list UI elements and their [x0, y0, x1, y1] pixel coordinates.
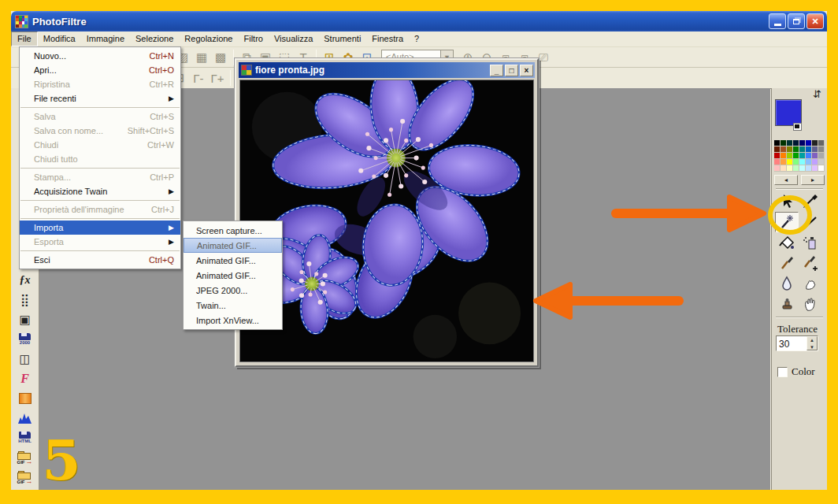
export-gif-icon[interactable]: GIF→	[15, 448, 35, 467]
image-minimize-button[interactable]: _	[490, 65, 503, 76]
palette-swatch-8[interactable]	[774, 146, 781, 153]
palette-swatch-1[interactable]	[781, 140, 787, 146]
clone-stamp-tool[interactable]	[775, 294, 799, 314]
close-button[interactable]: ✕	[806, 13, 824, 29]
palette-swatch-14[interactable]	[812, 146, 818, 153]
palette-swatch-25[interactable]	[781, 159, 787, 165]
image-window-titlebar[interactable]: fiore pronta.jpg _ □ ×	[239, 62, 535, 78]
menubar-item-immagine[interactable]: Immagine	[81, 32, 130, 46]
file-menu-item-importa[interactable]: Importa▶	[20, 220, 180, 235]
palette-swatch-22[interactable]	[812, 153, 818, 159]
hand-tool[interactable]	[799, 294, 822, 314]
save-html-icon[interactable]: HTML	[15, 428, 35, 447]
palette-swatch-28[interactable]	[799, 159, 806, 165]
foreground-color-swatch[interactable]	[775, 99, 802, 126]
file-menu-item-nuovo[interactable]: Nuovo...Ctrl+N	[20, 49, 180, 63]
gamma-minus-icon[interactable]: Γ-	[189, 70, 208, 86]
palette-swatch-33[interactable]	[781, 165, 787, 172]
advanced-brush-tool[interactable]	[799, 253, 822, 273]
histogram-icon[interactable]	[15, 409, 35, 428]
brush-tool[interactable]	[775, 253, 799, 273]
palette-swatch-29[interactable]	[806, 159, 812, 165]
reset-colors-icon[interactable]	[793, 123, 802, 131]
palette-swatch-30[interactable]	[812, 159, 818, 165]
palette-swatch-24[interactable]	[774, 159, 781, 165]
palette-swatch-13[interactable]	[806, 146, 812, 153]
smudge-tool[interactable]	[799, 273, 822, 294]
file-menu-item-stampa[interactable]: Stampa...Ctrl+P	[20, 170, 180, 184]
import-item-twain[interactable]: Twain...	[184, 298, 282, 313]
script-f-icon[interactable]: F	[15, 369, 35, 388]
blur-tool[interactable]	[775, 273, 799, 294]
menubar-item-modifica[interactable]: Modifica	[38, 32, 81, 46]
file-menu-item-ripristina[interactable]: RipristinaCtrl+R	[20, 77, 180, 91]
gamma-plus-icon[interactable]: Γ+	[208, 70, 227, 86]
image-maximize-button[interactable]: □	[505, 65, 518, 76]
restore-button[interactable]	[788, 13, 805, 29]
file-menu-item-propriet-dell-immagine[interactable]: Proprietà dell'immagineCtrl+J	[20, 202, 180, 217]
palette-swatch-32[interactable]	[774, 165, 781, 172]
color-checkbox[interactable]	[777, 367, 788, 377]
file-menu-item-chiudi-tutto[interactable]: Chiudi tutto	[20, 152, 180, 166]
photomasque-circles-icon[interactable]: ⣿	[15, 291, 35, 309]
magic-wand-tool[interactable]	[775, 212, 799, 232]
palette-swatch-23[interactable]	[818, 153, 825, 159]
line-tool[interactable]	[799, 212, 822, 232]
import-item-animated-gif[interactable]: Animated GIF...	[184, 268, 282, 283]
menubar-item-finestra[interactable]: Finestra	[366, 32, 409, 46]
menubar-item-item[interactable]: ?	[409, 32, 425, 46]
palette-swatch-12[interactable]	[799, 146, 806, 153]
image-close-button[interactable]: ×	[520, 65, 533, 76]
palette-swatch-19[interactable]	[793, 153, 799, 159]
palette-swatch-27[interactable]	[793, 159, 799, 165]
palette-swatch-7[interactable]	[818, 140, 825, 146]
palette-swatch-38[interactable]	[812, 165, 818, 172]
file-menu-item-acquisizione-twain[interactable]: Acquisizione Twain▶	[20, 184, 180, 198]
selection-tool[interactable]	[775, 191, 799, 212]
palette-swatch-0[interactable]	[774, 140, 781, 146]
photomasque-icon[interactable]: ▩	[211, 50, 230, 65]
import-item-jpeg-2000[interactable]: JPEG 2000...	[184, 283, 282, 298]
import-item-import-xnview[interactable]: Import XnView...	[184, 313, 282, 328]
image-canvas[interactable]	[239, 80, 534, 362]
menubar-item-visualizza[interactable]: Visualizza	[269, 32, 318, 46]
palette-swatch-4[interactable]	[799, 140, 806, 146]
color-grid-icon[interactable]: ▦	[192, 50, 211, 65]
palette-swatch-31[interactable]	[818, 159, 825, 165]
file-menu-item-chiudi[interactable]: ChiudiCtrl+W	[20, 138, 180, 152]
palette-swatch-16[interactable]	[774, 153, 781, 159]
fx-script-icon[interactable]: ƒx	[15, 271, 35, 290]
import-item-screen-capture[interactable]: Screen capture...	[184, 223, 282, 238]
palette-swatch-36[interactable]	[799, 165, 806, 172]
palette-swatch-9[interactable]	[781, 146, 787, 153]
file-menu-item-esci[interactable]: EsciCtrl+Q	[20, 253, 180, 267]
palette-swatch-20[interactable]	[799, 153, 806, 159]
palette-swatch-17[interactable]	[781, 153, 787, 159]
fill-tool[interactable]	[775, 232, 799, 253]
palette-swatch-10[interactable]	[787, 146, 793, 153]
palette-swatch-39[interactable]	[818, 165, 825, 172]
palette-swatch-37[interactable]	[806, 165, 812, 172]
import-item-animated-gif[interactable]: Animated GIF...	[184, 238, 282, 253]
menubar-item-filtro[interactable]: Filtro	[238, 32, 268, 46]
menubar-item-strumenti[interactable]: Strumenti	[318, 32, 366, 46]
background-color-swatch[interactable]	[799, 104, 825, 132]
file-menu-item-esporta[interactable]: Esporta▶	[20, 235, 180, 249]
minimize-button[interactable]	[769, 13, 786, 29]
gradient-swatch-icon[interactable]	[15, 389, 35, 408]
columns-icon[interactable]: ◫	[15, 350, 35, 369]
palette-swatch-15[interactable]	[818, 146, 825, 153]
file-menu-item-salva[interactable]: SalvaCtrl+S	[20, 109, 180, 124]
palette-swatch-21[interactable]	[806, 153, 812, 159]
palette-swatch-26[interactable]	[787, 159, 793, 165]
palette-swatch-34[interactable]	[787, 165, 793, 172]
swap-colors-icon[interactable]: ⇵	[813, 88, 821, 100]
palette-swatch-11[interactable]	[793, 146, 799, 153]
palette-swatch-3[interactable]	[793, 140, 799, 146]
palette-swatch-35[interactable]	[793, 165, 799, 172]
palette-next-button[interactable]: ▸	[801, 175, 825, 185]
export-gif2-icon[interactable]: GIF→	[15, 468, 35, 487]
import-item-animated-gif[interactable]: Animated GIF...	[184, 253, 282, 268]
menubar-item-regolazione[interactable]: Regolazione	[179, 32, 238, 46]
eyedropper-tool[interactable]	[799, 191, 822, 212]
